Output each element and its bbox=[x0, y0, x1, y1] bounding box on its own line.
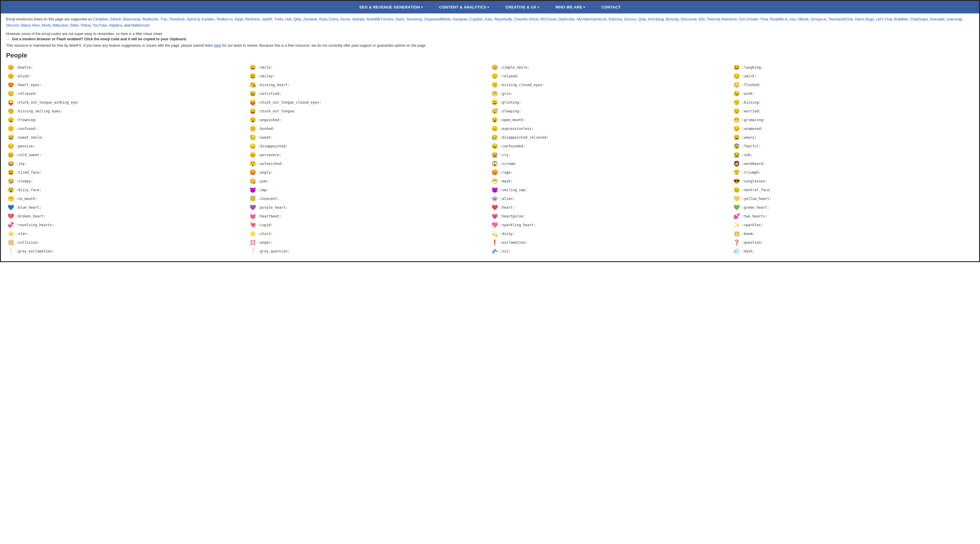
emoji-item[interactable]: 😁:grin: bbox=[490, 90, 732, 98]
emoji-item[interactable]: 💞:revolving_hearts: bbox=[6, 221, 248, 229]
emoji-code[interactable]: :heartpulse: bbox=[500, 214, 525, 218]
platform-link[interactable]: Cryptbin bbox=[469, 17, 483, 21]
emoji-code[interactable]: :smile: bbox=[258, 65, 273, 70]
platform-link[interactable]: JabbR bbox=[262, 17, 272, 21]
emoji-item[interactable]: 😝:stuck_out_tongue_closed_eyes: bbox=[248, 99, 490, 107]
platform-link[interactable]: Flowdock bbox=[169, 17, 185, 21]
emoji-item[interactable]: 💖:sparkling_heart: bbox=[490, 221, 732, 229]
emoji-item[interactable]: 😉:wink: bbox=[732, 90, 974, 98]
emoji-code[interactable]: :kissing: bbox=[742, 100, 761, 105]
emoji-item[interactable]: 😆:satisfied: bbox=[248, 90, 490, 98]
emoji-item[interactable]: 💜:purple_heart: bbox=[248, 204, 490, 212]
emoji-code[interactable]: :scream: bbox=[500, 162, 517, 166]
emoji-item[interactable]: 💥:collision: bbox=[6, 239, 248, 247]
platform-link[interactable]: Buildkite bbox=[894, 17, 908, 21]
platform-link[interactable]: GitHub bbox=[110, 17, 121, 21]
platform-link[interactable]: Basecamp bbox=[123, 17, 140, 21]
emoji-item[interactable]: 😨:fearful: bbox=[732, 142, 974, 150]
emoji-code[interactable]: :hushed: bbox=[258, 127, 275, 131]
platform-link[interactable]: Textbox.io bbox=[216, 17, 232, 21]
emoji-code[interactable]: :flushed: bbox=[742, 83, 761, 87]
emoji-item[interactable]: 😜:stuck_out_tongue_winking_eye: bbox=[6, 99, 248, 107]
emoji-item[interactable]: 😎:sunglasses: bbox=[732, 177, 974, 185]
platform-link[interactable]: Zendesk bbox=[303, 17, 317, 21]
emoji-code[interactable]: :sparkling_heart: bbox=[500, 223, 536, 227]
nav-item-seo---revenue-generation[interactable]: SEO & REVENUE GENERATION▾ bbox=[351, 1, 431, 13]
emoji-item[interactable]: 😊:bowtie: bbox=[6, 63, 248, 72]
emoji-item[interactable]: 😓:sweat: bbox=[248, 134, 490, 142]
emoji-item[interactable]: 😘:kissing_heart: bbox=[248, 81, 490, 89]
emoji-code[interactable]: :sunglasses: bbox=[742, 179, 767, 183]
emoji-item[interactable]: 😕:confused: bbox=[6, 125, 248, 133]
emoji-code[interactable]: :sparkles: bbox=[742, 223, 763, 227]
emoji-code[interactable]: :relaxed: bbox=[500, 74, 519, 78]
platform-link[interactable]: Gitter bbox=[70, 23, 78, 27]
emoji-item[interactable]: 👾:alien: bbox=[490, 195, 732, 203]
emoji-item[interactable]: 💔:broken_heart: bbox=[6, 212, 248, 220]
emoji-item[interactable]: 😙:kissing_closed_eyes: bbox=[490, 81, 732, 89]
emoji-code[interactable]: :grey_exclamation: bbox=[16, 249, 54, 253]
emoji-item[interactable]: 😈:smiling_imp: bbox=[490, 186, 732, 194]
platform-link[interactable]: Streamup bbox=[406, 17, 422, 21]
emoji-code[interactable]: :laughing: bbox=[742, 65, 763, 70]
platform-link[interactable]: Slack bbox=[395, 17, 404, 21]
emoji-item[interactable]: 😪:sleepy: bbox=[6, 177, 248, 185]
emoji-item[interactable]: 😏:smirk: bbox=[732, 72, 974, 80]
platform-link[interactable]: YouTube bbox=[92, 23, 107, 27]
emoji-code[interactable]: :mask: bbox=[500, 179, 512, 183]
emoji-item[interactable]: 😌:relaxed: bbox=[490, 72, 732, 80]
emoji-item[interactable]: 👿:imp: bbox=[248, 186, 490, 194]
platform-link[interactable]: Flow bbox=[760, 17, 768, 21]
platform-link[interactable]: Cheerful Ghost bbox=[514, 17, 538, 21]
emoji-item[interactable]: 😣:persevere: bbox=[248, 151, 490, 159]
emoji-item[interactable]: 😶:no_mouth: bbox=[6, 195, 248, 203]
platform-link[interactable]: Ello bbox=[699, 17, 705, 21]
emoji-item[interactable]: 😵:dizzy_face: bbox=[6, 186, 248, 194]
emoji-code[interactable]: :alien: bbox=[500, 197, 515, 201]
emoji-code[interactable]: :neckbeard: bbox=[742, 162, 765, 166]
platform-link[interactable]: Discourse bbox=[681, 17, 697, 21]
emoji-code[interactable]: :innocent: bbox=[258, 197, 279, 201]
platform-link[interactable]: NodeBB Forums bbox=[367, 17, 393, 21]
emoji-code[interactable]: :kissing_heart: bbox=[258, 83, 290, 87]
emoji-code[interactable]: :expressionless: bbox=[500, 127, 534, 131]
emoji-item[interactable]: 😃:smiley: bbox=[248, 72, 490, 80]
platform-link[interactable]: Bitbucket bbox=[53, 23, 68, 27]
emoji-code[interactable]: :frowning: bbox=[16, 118, 37, 122]
emoji-code[interactable]: :confused: bbox=[16, 127, 37, 131]
emoji-item[interactable]: ⭐:star: bbox=[6, 230, 248, 238]
emoji-code[interactable]: :heartbeat: bbox=[258, 214, 281, 218]
emoji-item[interactable]: 😊:simple_smile: bbox=[490, 63, 732, 72]
platform-link[interactable]: Groups.io bbox=[811, 17, 826, 21]
emoji-item[interactable]: 💨:dash: bbox=[732, 247, 974, 255]
emoji-code[interactable]: :confounded: bbox=[500, 144, 525, 148]
emoji-item[interactable]: ❔:grey_question: bbox=[248, 247, 490, 255]
emoji-item[interactable]: 😐:neutral_face: bbox=[732, 186, 974, 194]
platform-link[interactable]: Damn Bugs bbox=[855, 17, 874, 21]
emoji-code[interactable]: :dash: bbox=[742, 249, 754, 253]
emoji-code[interactable]: :satisfied: bbox=[258, 92, 281, 96]
emoji-item[interactable]: 😍:heart_eyes: bbox=[6, 81, 248, 89]
emoji-item[interactable]: 💕:two_hearts: bbox=[732, 212, 974, 220]
emoji-code[interactable]: :fearful: bbox=[742, 144, 761, 148]
platform-link[interactable]: And Bang bbox=[648, 17, 664, 21]
emoji-item[interactable]: 💤:zzz: bbox=[490, 247, 732, 255]
emoji-code[interactable]: :heart_eyes: bbox=[16, 83, 41, 87]
platform-link[interactable]: Ruby China bbox=[319, 17, 338, 21]
emoji-code[interactable]: :cupid: bbox=[258, 223, 273, 227]
platform-link[interactable]: Hall bbox=[285, 17, 291, 21]
emoji-code[interactable]: :joy: bbox=[16, 162, 27, 166]
platform-link[interactable]: Trac bbox=[160, 17, 167, 21]
emoji-item[interactable]: 😇:innocent: bbox=[248, 195, 490, 203]
emoji-code[interactable]: :stuck_out_tongue_winking_eye: bbox=[16, 100, 80, 105]
emoji-item[interactable]: 😚:kissing_smiling_eyes: bbox=[6, 107, 248, 115]
emoji-item[interactable]: 😦:frowning: bbox=[6, 116, 248, 124]
platform-link[interactable]: Got Chosen bbox=[739, 17, 759, 21]
platform-link[interactable]: Sococo bbox=[624, 17, 636, 21]
emoji-item[interactable]: 😟:worried: bbox=[732, 107, 974, 115]
emoji-code[interactable]: :yum: bbox=[258, 179, 269, 183]
platform-link[interactable]: Subrosa bbox=[608, 17, 622, 21]
emoji-item[interactable]: 😖:confounded: bbox=[490, 142, 732, 150]
emoji-item[interactable]: 😊:blush: bbox=[6, 72, 248, 80]
emoji-code[interactable]: :sweat: bbox=[258, 135, 273, 140]
